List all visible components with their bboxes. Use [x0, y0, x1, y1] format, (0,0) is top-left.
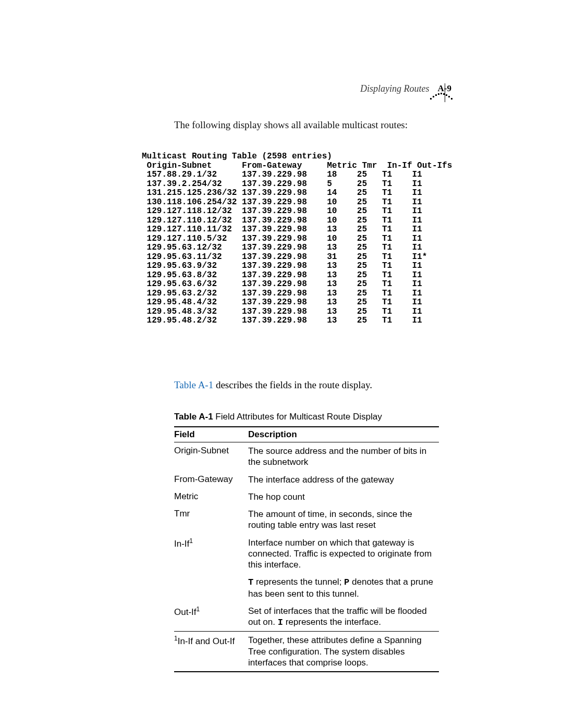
table-row: MetricThe hop count — [174, 488, 439, 505]
column-header-description: Description — [248, 427, 439, 442]
header-divider — [445, 83, 445, 102]
field-cell: Origin-Subnet — [174, 442, 248, 471]
table-row: From-GatewayThe interface address of the… — [174, 471, 439, 488]
description-cell: The source address and the number of bit… — [248, 442, 439, 471]
field-cell: Out-If1 — [174, 602, 248, 632]
table-row: TmrThe amount of time, in seconds, since… — [174, 505, 439, 534]
table-reference-sentence: Table A-1 describes the fields in the ro… — [174, 379, 372, 391]
description-cell: T represents the tunnel; P denotes that … — [248, 573, 439, 602]
table-row: Out-If1Set of interfaces that the traffi… — [174, 602, 439, 632]
page-number: A-9 — [438, 83, 454, 94]
field-cell: Metric — [174, 488, 248, 505]
field-cell: From-Gateway — [174, 471, 248, 488]
description-cell: The hop count — [248, 488, 439, 505]
field-attributes-table: Field Description Origin-SubnetThe sourc… — [174, 426, 439, 672]
decorative-dots — [430, 96, 452, 97]
column-header-field: Field — [174, 427, 248, 442]
table-caption-rest: Field Attributes for Multicast Route Dis… — [213, 412, 382, 422]
table-row: Origin-SubnetThe source address and the … — [174, 442, 439, 471]
section-title: Displaying Routes — [360, 83, 430, 94]
table-reference-link[interactable]: Table A-1 — [174, 379, 213, 390]
description-cell: The amount of time, in seconds, since th… — [248, 505, 439, 534]
multicast-routing-table: Multicast Routing Table (2598 entries) O… — [142, 152, 452, 326]
intro-text: The following display shows all availabl… — [174, 119, 408, 131]
description-cell: The interface address of the gateway — [248, 471, 439, 488]
field-cell: Tmr — [174, 505, 248, 534]
table-reference-rest: describes the fields in the route displa… — [213, 379, 372, 390]
field-cell: In-If1 — [174, 534, 248, 574]
table-row: T represents the tunnel; P denotes that … — [174, 573, 439, 602]
description-cell: Set of interfaces that the traffic will … — [248, 602, 439, 632]
footnote-description-cell: Together, these attributes define a Span… — [248, 632, 439, 672]
table-footnote-row: 1In-If and Out-IfTogether, these attribu… — [174, 632, 439, 672]
table-row: In-If1Interface number on which that gat… — [174, 534, 439, 574]
field-cell — [174, 573, 248, 602]
table-caption: Table A-1 Field Attributes for Multicast… — [174, 412, 382, 422]
table-caption-bold: Table A-1 — [174, 412, 213, 422]
description-cell: Interface number on which that gateway i… — [248, 534, 439, 574]
footnote-field-cell: 1In-If and Out-If — [174, 632, 248, 672]
